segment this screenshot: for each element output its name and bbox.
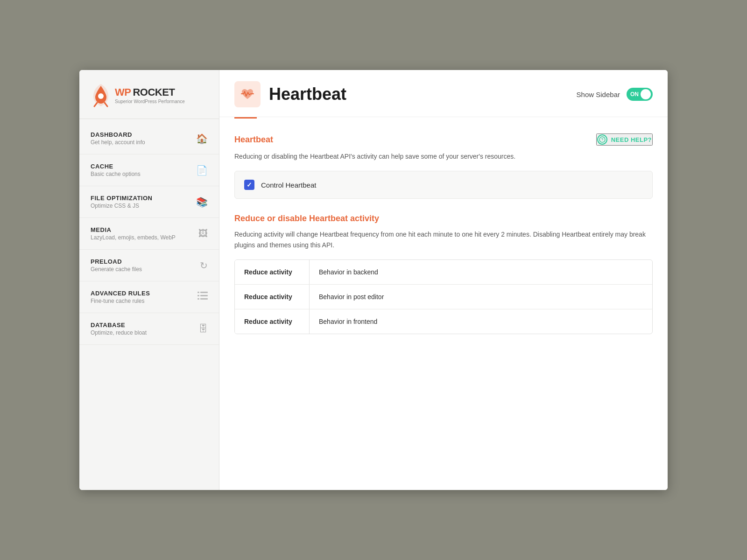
page-title: Heartbeat xyxy=(269,84,346,104)
nav-title-advanced-rules: ADVANCED RULES xyxy=(91,290,150,297)
need-help-icon xyxy=(597,134,607,145)
need-help-label: NEED HELP? xyxy=(611,136,652,143)
preload-icon: ↻ xyxy=(200,260,208,271)
nav-subtitle-media: LazyLoad, emojis, embeds, WebP xyxy=(91,234,176,241)
toggle-knob xyxy=(641,89,651,99)
cache-icon: 📄 xyxy=(196,165,208,176)
svg-rect-5 xyxy=(200,298,208,300)
nav-subtitle-file-optimization: Optimize CSS & JS xyxy=(91,203,152,209)
reduce-section-title: Reduce or disable Heartbeat activity xyxy=(234,214,653,224)
file-optimization-icon: 📚 xyxy=(196,196,208,208)
behavior-post-editor-label: Behavior in post editor xyxy=(310,285,652,309)
reduce-activity-post-editor-button[interactable]: Reduce activity xyxy=(235,285,310,309)
sidebar-item-cache[interactable]: CACHE Basic cache options 📄 xyxy=(79,154,219,186)
sidebar-item-preload[interactable]: PRELOAD Generate cache files ↻ xyxy=(79,250,219,281)
logo-rocket: ROCKET xyxy=(133,86,175,98)
behavior-backend-label: Behavior in backend xyxy=(310,260,652,284)
database-icon: 🗄 xyxy=(198,323,208,334)
nav-subtitle-dashboard: Get help, account info xyxy=(91,139,145,146)
control-heartbeat-label: Control Heartbeat xyxy=(261,181,316,189)
behavior-row-backend: Reduce activity Behavior in backend xyxy=(235,260,652,285)
reduce-activity-frontend-button[interactable]: Reduce activity xyxy=(235,309,310,334)
nav-subtitle-cache: Basic cache options xyxy=(91,171,141,177)
heartbeat-section-header: Heartbeat NEED HELP? xyxy=(234,133,653,146)
control-heartbeat-row: ✓ Control Heartbeat xyxy=(234,171,653,199)
sidebar-nav: DASHBOARD Get help, account info 🏠 CACHE… xyxy=(79,119,219,490)
nav-title-file-optimization: FILE OPTIMIZATION xyxy=(91,195,152,202)
app-window: WP ROCKET Superior WordPress Performance… xyxy=(79,70,668,490)
sidebar-item-media[interactable]: MEDIA LazyLoad, emojis, embeds, WebP 🖼 xyxy=(79,218,219,250)
sidebar-logo: WP ROCKET Superior WordPress Performance xyxy=(79,70,219,119)
logo-wp: WP xyxy=(115,86,131,98)
svg-point-7 xyxy=(599,137,605,142)
svg-rect-1 xyxy=(200,292,208,293)
header-icon-wrap xyxy=(234,81,261,107)
svg-rect-6 xyxy=(197,298,199,300)
need-help-button[interactable]: NEED HELP? xyxy=(596,133,653,146)
sidebar-item-database[interactable]: DATABASE Optimize, reduce bloat 🗄 xyxy=(79,313,219,345)
nav-title-dashboard: DASHBOARD xyxy=(91,131,145,138)
logo-tagline: Superior WordPress Performance xyxy=(115,99,185,104)
nav-title-media: MEDIA xyxy=(91,226,176,233)
toggle-on-text: ON xyxy=(630,91,639,98)
nav-subtitle-database: Optimize, reduce bloat xyxy=(91,329,147,336)
nav-title-cache: CACHE xyxy=(91,163,141,170)
heartbeat-section-title: Heartbeat xyxy=(234,135,273,145)
sidebar-item-advanced-rules[interactable]: ADVANCED RULES Fine-tune cache rules xyxy=(79,281,219,313)
dashboard-icon: 🏠 xyxy=(196,133,208,144)
logo-rocket-icon xyxy=(91,83,111,107)
heartbeat-icon xyxy=(240,88,254,101)
nav-subtitle-advanced-rules: Fine-tune cache rules xyxy=(91,298,150,304)
media-icon: 🖼 xyxy=(198,228,208,239)
svg-point-0 xyxy=(98,93,104,99)
nav-title-preload: PRELOAD xyxy=(91,258,142,265)
nav-subtitle-preload: Generate cache files xyxy=(91,266,142,273)
toggle-sidebar-switch[interactable]: ON xyxy=(627,88,653,101)
reduce-section-description: Reducing activity will change Heartbeat … xyxy=(234,229,653,250)
nav-title-database: DATABASE xyxy=(91,322,147,329)
behavior-frontend-label: Behavior in frontend xyxy=(310,309,652,334)
svg-rect-3 xyxy=(200,295,208,296)
sidebar-item-dashboard[interactable]: DASHBOARD Get help, account info 🏠 xyxy=(79,123,219,154)
control-heartbeat-checkbox[interactable]: ✓ xyxy=(244,180,254,190)
checkbox-checkmark: ✓ xyxy=(247,181,252,189)
main-header: Heartbeat Show Sidebar ON xyxy=(219,70,668,117)
svg-rect-2 xyxy=(197,292,199,293)
sidebar-item-file-optimization[interactable]: FILE OPTIMIZATION Optimize CSS & JS 📚 xyxy=(79,186,219,218)
behavior-table: Reduce activity Behavior in backend Redu… xyxy=(234,259,653,334)
content-body: Heartbeat NEED HELP? Reducing or disabli… xyxy=(219,119,668,349)
main-content: Heartbeat Show Sidebar ON Heartbeat xyxy=(219,70,668,490)
heartbeat-description: Reducing or disabling the Heartbeat API'… xyxy=(234,151,653,161)
advanced-rules-icon xyxy=(197,292,208,302)
sidebar: WP ROCKET Superior WordPress Performance… xyxy=(79,70,219,490)
svg-rect-4 xyxy=(197,295,199,296)
behavior-row-post-editor: Reduce activity Behavior in post editor xyxy=(235,285,652,309)
show-sidebar-label: Show Sidebar xyxy=(577,91,620,98)
reduce-activity-backend-button[interactable]: Reduce activity xyxy=(235,260,310,284)
behavior-row-frontend: Reduce activity Behavior in frontend xyxy=(235,309,652,334)
